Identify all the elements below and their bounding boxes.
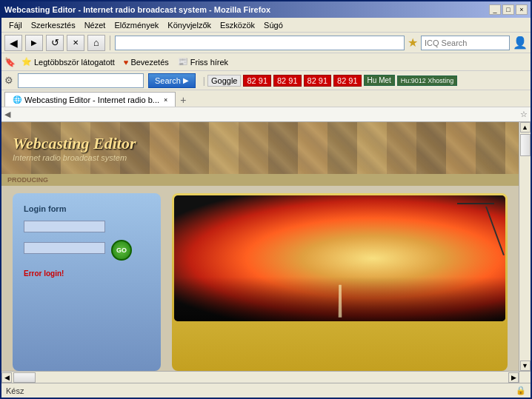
page-content: Webcasting Editor Internet radio broadca… xyxy=(1,122,519,371)
menu-edit[interactable]: Szerkesztés xyxy=(27,19,80,31)
site-subtitle: Internet radio broadcast system xyxy=(13,153,136,162)
bookmark-fresh-news[interactable]: 📰 Friss hírek xyxy=(175,56,231,67)
web-body: Login form GO Error login! xyxy=(1,186,519,371)
username-input[interactable] xyxy=(24,221,105,232)
secondary-toolbar: ◀ ☆ xyxy=(1,107,531,121)
producing-label: PRODUCING xyxy=(7,176,48,184)
nav-right-icon[interactable]: ☆ xyxy=(520,110,528,119)
nav-separator xyxy=(110,36,110,50)
login-panel: Login form GO Error login! xyxy=(13,193,161,371)
login-username-row xyxy=(24,221,105,237)
intro-icon: ♥ xyxy=(124,58,129,67)
webpage: Webcasting Editor Internet radio broadca… xyxy=(1,122,519,371)
maximize-button[interactable]: □ xyxy=(502,4,514,15)
bookmark-star-icon[interactable]: ★ xyxy=(408,36,418,50)
quick-link-separator: | xyxy=(203,76,205,86)
menu-help[interactable]: Súgó xyxy=(259,19,287,31)
scroll-down-button[interactable]: ▼ xyxy=(520,361,531,371)
quick-link-xhosting[interactable]: Hu:9012 Xhosting xyxy=(397,76,458,86)
status-icons: 🔒 xyxy=(516,386,526,395)
quick-link-2[interactable]: 82 91 xyxy=(273,75,302,87)
menu-bar: Fájl Szerkesztés Nézet Előzmények Könyvj… xyxy=(1,18,531,33)
status-text: Kész xyxy=(6,386,24,395)
web-sub-header: PRODUCING xyxy=(1,174,519,186)
title-bar: Webcasting Editor - Internet radio broad… xyxy=(1,1,531,18)
menu-bookmarks[interactable]: Könyvjelzők xyxy=(163,19,216,31)
menu-file[interactable]: Fájl xyxy=(4,19,27,31)
nav-left-icon[interactable]: ◀ xyxy=(4,110,10,119)
menu-tools[interactable]: Eszközök xyxy=(216,19,259,31)
most-visited-icon: ⭐ xyxy=(21,57,32,67)
window-controls: _ □ × xyxy=(489,4,528,15)
back-button[interactable]: ◀ xyxy=(4,35,22,51)
horizontal-scrollbar: ◀ ▶ xyxy=(1,371,519,383)
web-header: Webcasting Editor Internet radio broadca… xyxy=(1,122,519,174)
search-arrow-icon: ▶ xyxy=(183,76,189,84)
bookmarks-bar: 🔖 ⭐ Legtöbbször látogatott ♥ Bevezetés 📰… xyxy=(1,53,531,71)
bookmarks-icon: 🔖 xyxy=(4,57,16,67)
nav-bar: ◀ ▶ ↺ ✕ ⌂ ★ 👤 xyxy=(1,33,531,53)
fresh-news-icon: 📰 xyxy=(178,57,188,67)
scroll-thumb-v[interactable] xyxy=(520,134,531,156)
bookmark-intro[interactable]: ♥ Bevezetés xyxy=(121,57,172,67)
forward-button[interactable]: ▶ xyxy=(25,35,43,51)
tab-favicon: 🌐 xyxy=(13,95,21,104)
scroll-corner xyxy=(519,371,531,383)
menu-history[interactable]: Előzmények xyxy=(110,19,163,31)
scroll-thumb-h[interactable] xyxy=(13,372,36,383)
turntable-image xyxy=(174,195,505,321)
quick-link-3[interactable]: 82 91 xyxy=(304,75,332,87)
search-input[interactable] xyxy=(21,76,140,85)
home-button[interactable]: ⌂ xyxy=(87,35,105,51)
tab-strip: 🌐 Webcasting Editor - Internet radio b..… xyxy=(1,90,531,107)
tab-area: 🌐 Webcasting Editor - Internet radio b..… xyxy=(1,90,531,122)
menu-view[interactable]: Nézet xyxy=(80,19,110,31)
address-bar[interactable] xyxy=(115,36,405,50)
password-input[interactable] xyxy=(24,242,105,254)
browser-window: Webcasting Editor - Internet radio broad… xyxy=(0,0,532,399)
tonearm-base xyxy=(457,203,494,204)
scroll-up-button[interactable]: ▲ xyxy=(520,122,531,133)
scroll-left-button[interactable]: ◀ xyxy=(1,372,12,383)
login-password-row: GO xyxy=(24,240,132,261)
search-gear-icon: ⚙ xyxy=(4,75,13,86)
active-tab[interactable]: 🌐 Webcasting Editor - Internet radio b..… xyxy=(4,92,176,107)
minimize-button[interactable]: _ xyxy=(489,4,501,15)
refresh-button[interactable]: ↺ xyxy=(46,35,64,51)
site-title: Webcasting Editor xyxy=(13,134,136,153)
search-button[interactable]: Search ▶ xyxy=(148,73,196,88)
icq-search-input[interactable] xyxy=(421,36,510,50)
status-bar: Kész 🔒 xyxy=(1,383,531,398)
search-input-wrap xyxy=(18,73,144,88)
scroll-right-button[interactable]: ▶ xyxy=(508,372,519,383)
new-tab-button[interactable]: + xyxy=(176,93,190,107)
search-bar: ⚙ Search ▶ | Goggle 82 91 82 91 82 91 82… xyxy=(1,71,531,90)
window-title: Webcasting Editor - Internet radio broad… xyxy=(4,5,270,14)
header-text: Webcasting Editor Internet radio broadca… xyxy=(13,134,136,162)
quick-link-1[interactable]: 82 91 xyxy=(243,75,271,87)
close-button[interactable]: × xyxy=(516,4,528,15)
go-button[interactable]: GO xyxy=(111,240,132,261)
tab-close-button[interactable]: × xyxy=(164,96,167,104)
image-panel xyxy=(172,193,508,371)
quick-link-4[interactable]: 82 91 xyxy=(333,75,362,87)
bookmark-most-visited[interactable]: ⭐ Legtöbbször látogatott xyxy=(19,56,118,67)
vertical-scrollbar: ▲ ▼ xyxy=(519,122,531,371)
login-form-title: Login form xyxy=(24,204,66,213)
road-line xyxy=(338,285,342,318)
profile-icon: 👤 xyxy=(513,36,528,50)
security-icon: 🔒 xyxy=(516,386,526,395)
quick-link-goggle[interactable]: Goggle xyxy=(207,75,241,87)
browser-area: Webcasting Editor Internet radio broadca… xyxy=(1,122,531,383)
stop-button[interactable]: ✕ xyxy=(67,35,84,51)
quick-link-humet[interactable]: Hu Met xyxy=(364,75,395,86)
error-message: Error login! xyxy=(24,269,64,278)
